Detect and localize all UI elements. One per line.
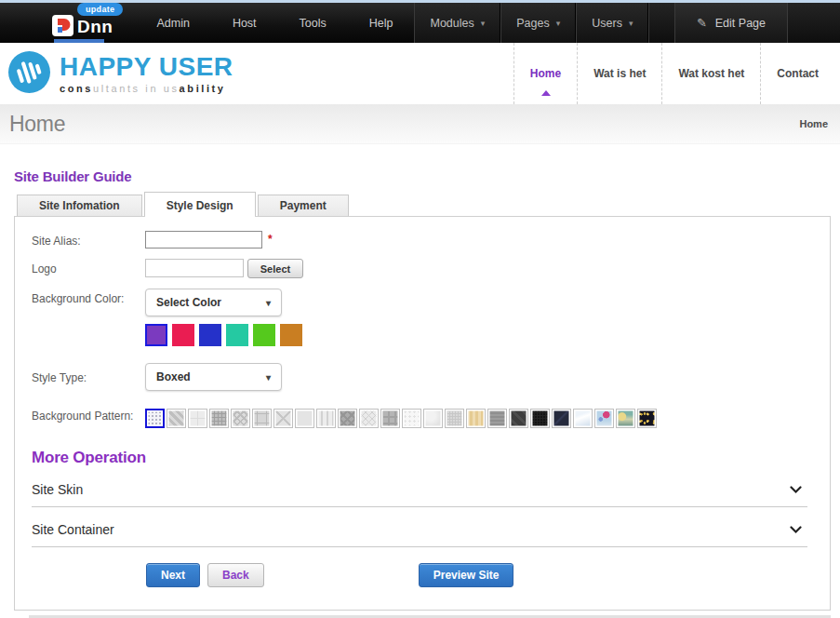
style-design-form: Site Alias: * Logo Select Background Col… [15,217,830,587]
admin-menu: Admin Host Tools Help [135,3,414,43]
modules-dropdown-label: Modules [430,17,473,30]
style-type-select[interactable]: Boxed ▾ [145,363,282,391]
menu-item-help[interactable]: Help [348,17,415,30]
menu-item-admin[interactable]: Admin [135,17,210,30]
pattern-swatch-navy-diag[interactable] [552,409,571,428]
chevron-down-icon: ▾ [556,19,561,28]
style-type-label: Style Type: [32,363,145,391]
chevron-down-icon: ▾ [629,19,633,28]
pattern-swatch-carbon[interactable] [530,409,550,428]
color-swatch[interactable] [226,324,248,346]
content-area: Site Builder Guide Site Infomation Style… [0,168,840,618]
site-alias-label: Site Alias: [32,231,145,249]
accordion-site-container[interactable]: Site Container [32,507,807,547]
color-swatch[interactable] [280,324,302,346]
happy-user-logo[interactable]: HAPPY USER consultants in usability [7,50,233,98]
tab-site-information[interactable]: Site Infomation [17,195,142,216]
chevron-down-icon [790,482,802,497]
pattern-swatch-dots-white[interactable] [402,409,421,428]
preview-site-button[interactable]: Preview Site [419,563,514,587]
users-dropdown-label: Users [592,17,622,30]
logo-row: Logo Select [32,259,807,278]
pattern-swatch-clouds[interactable] [616,409,635,428]
back-button[interactable]: Back [207,563,264,587]
tab-payment[interactable]: Payment [258,195,349,216]
background-pattern-row: Background Pattern: [32,406,807,428]
pattern-swatch-fabric[interactable] [487,409,507,428]
pattern-swatch-plaid[interactable] [380,409,400,428]
breadcrumb[interactable]: Home [799,118,828,129]
site-alias-input[interactable] [145,231,262,249]
pattern-swatch-diag-dark[interactable] [509,409,528,428]
logo-label: Logo [32,259,145,278]
menu-item-tools[interactable]: Tools [278,17,348,30]
pattern-swatch-dots[interactable] [145,409,165,428]
tab-style-design[interactable]: Style Design [144,192,256,216]
page-title-bar: Home Home [0,104,840,144]
update-badge[interactable]: update [77,3,123,16]
pattern-swatch-city-night[interactable] [637,409,657,428]
chevron-down-icon: ▾ [481,19,486,28]
pattern-swatch-x-cross[interactable] [273,409,293,428]
tab-strip: Site Infomation Style Design Payment [17,195,831,216]
pattern-swatch-quad-grid[interactable] [252,409,272,428]
accordion-label: Site Container [32,522,114,537]
nav-item-home[interactable]: Home [513,43,577,104]
pattern-swatch-zigzag[interactable] [338,409,357,428]
color-swatch-row [145,324,302,346]
nav-item-contact[interactable]: Contact [760,43,834,104]
color-swatch[interactable] [145,324,167,346]
logo-input[interactable] [145,259,244,277]
tagline-bold-start: cons [60,83,93,94]
pattern-swatch-row [145,409,657,428]
nav-item-label: Home [530,67,561,80]
pattern-swatch-grid-faint[interactable] [188,409,207,428]
pattern-swatch-rough[interactable] [445,409,464,428]
users-dropdown[interactable]: Users ▾ [576,3,648,43]
logo-tagline: consultants in usability [60,83,233,94]
pattern-swatch-plain-light[interactable] [295,409,314,428]
pattern-swatch-grid-dark[interactable] [209,409,229,428]
admin-bar-spacer [648,3,673,43]
style-type-row: Style Type: Boxed ▾ [32,363,807,391]
color-swatch[interactable] [253,324,275,346]
nav-item-label: Contact [777,67,819,80]
logo-select-button[interactable]: Select [247,259,303,278]
pages-dropdown[interactable]: Pages ▾ [500,3,576,43]
background-color-row: Background Color: Select Color ▾ [32,289,807,346]
edit-page-label: Edit Page [715,17,766,30]
page-title: Home [9,112,65,137]
pattern-swatch-diamond-check[interactable] [231,409,250,428]
menu-item-host[interactable]: Host [211,17,278,30]
nav-item-wat-is-het[interactable]: Wat is het [577,43,661,104]
active-page-arrow-icon [541,90,551,96]
pattern-swatch-balloons[interactable] [594,409,614,428]
pages-dropdown-label: Pages [516,17,549,30]
pattern-swatch-diag-stripes[interactable] [167,409,186,428]
pattern-swatch-wood[interactable] [466,409,486,428]
dnn-logo-text: Dnn [77,17,113,37]
site-header: HAPPY USER consultants in usability Home… [0,43,840,104]
pattern-swatch-vert-lines[interactable] [316,409,336,428]
chevron-down-icon [790,522,802,537]
modules-dropdown[interactable]: Modules ▾ [414,3,500,43]
more-operation-title: More Operation [32,449,807,467]
module-title: Site Builder Guide [14,168,831,184]
next-button[interactable]: Next [146,563,200,587]
main-nav: Home Wat is het Wat kost het Contact [513,43,834,104]
accordion-site-skin[interactable]: Site Skin [32,467,807,507]
color-swatch[interactable] [199,324,221,346]
pattern-swatch-sky[interactable] [573,409,593,428]
color-swatch[interactable] [172,324,194,346]
background-color-select[interactable]: Select Color ▾ [145,289,282,316]
pattern-swatch-lattice[interactable] [359,409,379,428]
chevron-down-icon: ▾ [266,372,271,383]
pattern-swatch-swirl[interactable] [423,409,443,428]
nav-item-wat-kost-het[interactable]: Wat kost het [661,43,760,104]
background-pattern-label: Background Pattern: [32,406,145,428]
wizard-buttons: Next Back Preview Site [146,563,807,587]
background-color-select-value: Select Color [156,296,221,309]
edit-page-button[interactable]: ✎ Edit Page [674,3,788,43]
dnn-logo: update Dnn [52,3,116,43]
admin-bar-tail [788,3,840,43]
